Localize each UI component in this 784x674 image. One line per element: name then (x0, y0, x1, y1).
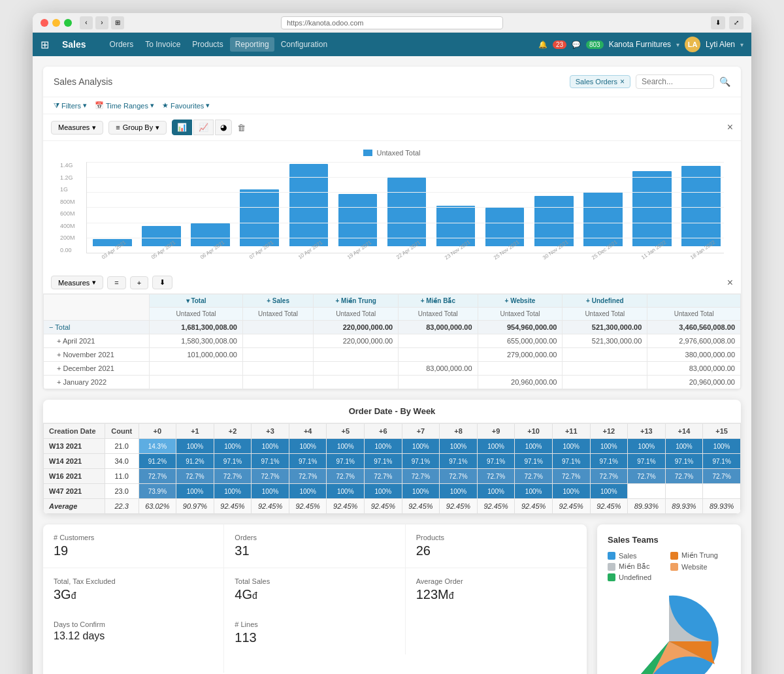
kpi-lines-label: # Lines (235, 620, 394, 628)
pivot-undefined-expand[interactable]: + Undefined (586, 297, 624, 304)
cohort-w13-9: 100% (477, 439, 515, 454)
chart-toolbar: Measures ▾ ≡ Group By ▾ 📊 📈 ◕ 🗑 (43, 114, 741, 141)
pivot-january-label[interactable]: + January 2022 (44, 376, 150, 389)
pivot-undefined-value: 521,300,000.00 (563, 321, 647, 334)
company-dropdown-icon: ▾ (676, 41, 679, 48)
app-navigation: Orders To Invoice Products Reporting Con… (105, 37, 333, 52)
pivot-add-button[interactable]: + (130, 276, 148, 289)
nav-products[interactable]: Products (187, 37, 228, 52)
close-chart-button[interactable]: × (727, 121, 733, 133)
pivot-april-undefined: 521,300,000.00 (563, 334, 647, 348)
fullscreen-button[interactable]: ⤢ (729, 16, 743, 29)
pivot-th-empty (44, 295, 150, 321)
pivot-website-expand[interactable]: + Website (505, 297, 536, 304)
cohort-row-w47: W47 2021 23.0 73.9% 100% 100% 100% 100% … (44, 484, 741, 499)
pivot-november-label[interactable]: + November 2021 (44, 348, 150, 362)
legend-sales: Sales (608, 551, 668, 560)
cohort-th-6: +6 (365, 424, 402, 439)
y-label-1: 1.2G (60, 174, 84, 181)
cohort-avg-3: 92.45% (252, 499, 289, 514)
pivot-sales-expand[interactable]: + Sales (267, 297, 289, 304)
time-ranges-label: Time Ranges (106, 102, 148, 110)
line-chart-button[interactable]: 📈 (193, 120, 214, 135)
cohort-w13-3: 100% (252, 439, 289, 454)
url-bar[interactable]: https://kanota.odoo.com (281, 16, 503, 29)
cohort-w16-count: 11.0 (105, 469, 139, 484)
kpi-days-confirm: Days to Confirm 13.12 days (43, 611, 224, 654)
kpi-total-tax-value: 3Gđ (54, 587, 213, 602)
pivot-january-expand: + (57, 378, 61, 386)
close-pivot-button[interactable]: × (727, 277, 733, 289)
pie-chart-button[interactable]: ◕ (215, 120, 232, 135)
pivot-mien-trung-expand[interactable]: + Miền Trung (336, 297, 376, 304)
y-label-5: 400M (60, 223, 84, 229)
pivot-sub-undefined: Untaxed Total (563, 308, 647, 321)
cohort-th-12: +12 (590, 424, 628, 439)
pivot-mien-bac-expand[interactable]: + Miền Bắc (421, 297, 455, 304)
cohort-w14-8: 97.1% (440, 454, 478, 469)
time-ranges-button[interactable]: 📅 Time Ranges ▾ (95, 101, 154, 110)
pivot-measures-label: Measures (58, 279, 90, 287)
cohort-th-creation: Creation Date (44, 424, 105, 439)
filters-button[interactable]: ⧩ Filters ▾ (54, 101, 87, 110)
pivot-row-total-label[interactable]: − Total (44, 321, 150, 334)
page-content: Sales Analysis Sales Orders × 🔍 ⧩ Filter… (33, 56, 751, 674)
nav-reporting[interactable]: Reporting (230, 37, 274, 52)
forward-button[interactable]: › (95, 16, 108, 29)
bar-chart-button[interactable]: 📊 (172, 120, 192, 135)
pivot-sales-value (242, 321, 313, 334)
legend-swatch (363, 150, 372, 156)
star-icon: ★ (162, 101, 169, 110)
pivot-total-expand[interactable]: ▾ Total (186, 297, 206, 304)
favourites-button[interactable]: ★ Favourites ▾ (162, 101, 210, 110)
mac-close-button[interactable] (41, 19, 48, 27)
measures-button[interactable]: Measures ▾ (51, 121, 103, 135)
pivot-equals-button[interactable]: = (107, 276, 125, 289)
legend-dot-website (670, 563, 678, 571)
clear-chart-button[interactable]: 🗑 (237, 123, 246, 133)
pivot-december-label[interactable]: + December 2021 (44, 362, 150, 376)
search-input[interactable] (636, 74, 714, 89)
pivot-april-label[interactable]: + April 2021 (44, 334, 150, 348)
filters-dropdown-icon: ▾ (83, 101, 87, 110)
back-button[interactable]: ‹ (80, 16, 93, 29)
pivot-measures-dropdown: ▾ (92, 278, 96, 287)
pivot-download-button[interactable]: ⬇ (152, 276, 172, 289)
mac-window-controls (41, 19, 72, 27)
search-tag-remove[interactable]: × (620, 77, 625, 86)
kpi-customers: # Customers 19 (43, 524, 224, 568)
cohort-w14-1: 91.2% (176, 454, 214, 469)
pivot-toolbar-left: Measures ▾ = + ⬇ (51, 276, 172, 289)
kpi-total-tax-label: Total, Tax Excluded (54, 577, 213, 585)
nav-configuration[interactable]: Configuration (276, 37, 333, 52)
search-button[interactable]: 🔍 (719, 76, 730, 87)
mac-minimize-button[interactable] (52, 19, 60, 27)
download-button[interactable]: ⬇ (711, 16, 725, 29)
layout-button[interactable]: ⊞ (111, 16, 124, 29)
cohort-w14-6: 97.1% (365, 454, 402, 469)
cohort-th-15: +15 (703, 424, 741, 439)
nav-orders[interactable]: Orders (105, 37, 139, 52)
pivot-measures-button[interactable]: Measures ▾ (51, 276, 103, 289)
mac-maximize-button[interactable] (64, 19, 72, 27)
cohort-w47-3: 100% (252, 484, 289, 499)
kpi-avg-currency: đ (449, 590, 454, 601)
pivot-december-mien-trung (314, 362, 399, 376)
pivot-january-website: 20,960,000.00 (478, 376, 563, 389)
measures-dropdown-icon: ▾ (92, 123, 96, 132)
kpi-avg-order-value: 123Mđ (416, 587, 576, 602)
nav-to-invoice[interactable]: To Invoice (140, 37, 186, 52)
notification-icon: 🔔 (538, 40, 547, 49)
cohort-th-9: +9 (477, 424, 515, 439)
sales-analysis-panel: Sales Analysis Sales Orders × 🔍 ⧩ Filter… (43, 67, 741, 389)
pivot-january-sales (242, 376, 313, 389)
mac-action-buttons: ⬇ ⤢ (711, 16, 743, 29)
pivot-total-row: − Total 1,681,300,008.00 220,000,000.00 … (44, 321, 741, 334)
group-by-button[interactable]: ≡ Group By ▾ (108, 121, 167, 135)
avatar[interactable]: LA (685, 37, 700, 52)
kpi-customers-label: # Customers (54, 534, 213, 541)
cohort-w13-4: 100% (289, 439, 327, 454)
cohort-w16-2: 72.7% (214, 469, 252, 484)
kpi-days-confirm-label: Days to Confirm (54, 620, 213, 628)
cohort-container: Order Date - By Week Creation Date Count… (43, 400, 741, 514)
